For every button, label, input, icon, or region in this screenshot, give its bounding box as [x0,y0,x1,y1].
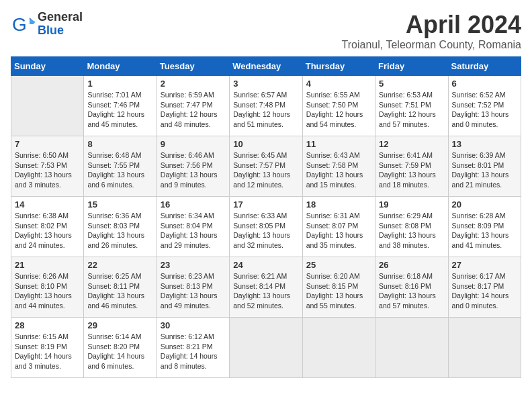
day-number: 28 [15,320,80,330]
day-number: 16 [161,199,226,210]
svg-marker-2 [30,19,35,24]
calendar-body: 1Sunrise: 7:01 AM Sunset: 7:46 PM Daylig… [11,76,521,378]
day-number: 25 [306,260,371,270]
day-info: Sunrise: 6:38 AM Sunset: 8:02 PM Dayligh… [15,211,80,250]
logo-blue: Blue [38,24,83,38]
calendar-cell: 21Sunrise: 6:26 AM Sunset: 8:10 PM Dayli… [11,257,84,318]
day-info: Sunrise: 6:48 AM Sunset: 7:55 PM Dayligh… [87,150,152,190]
weekday-header: Friday [375,57,448,76]
header: G General Blue April 2024 Troianul, Tele… [11,11,521,51]
day-number: 19 [379,199,444,210]
day-info: Sunrise: 6:17 AM Sunset: 8:17 PM Dayligh… [452,271,517,311]
calendar-cell: 10Sunrise: 6:45 AM Sunset: 7:57 PM Dayli… [230,136,302,197]
day-info: Sunrise: 6:21 AM Sunset: 8:14 PM Dayligh… [233,271,298,311]
day-info: Sunrise: 6:59 AM Sunset: 7:47 PM Dayligh… [161,90,226,130]
day-number: 12 [379,139,444,149]
day-info: Sunrise: 7:01 AM Sunset: 7:46 PM Dayligh… [87,90,152,130]
day-info: Sunrise: 6:50 AM Sunset: 7:53 PM Dayligh… [15,150,80,190]
day-info: Sunrise: 6:55 AM Sunset: 7:50 PM Dayligh… [306,90,371,130]
day-number: 10 [233,139,298,149]
day-number: 18 [306,199,371,210]
day-number: 2 [161,79,226,89]
calendar-week-row: 28Sunrise: 6:15 AM Sunset: 8:19 PM Dayli… [11,318,521,378]
calendar-cell: 6Sunrise: 6:52 AM Sunset: 7:52 PM Daylig… [448,76,521,136]
day-info: Sunrise: 6:33 AM Sunset: 8:05 PM Dayligh… [233,211,298,250]
day-info: Sunrise: 6:28 AM Sunset: 8:09 PM Dayligh… [452,211,517,250]
day-info: Sunrise: 6:25 AM Sunset: 8:11 PM Dayligh… [87,271,152,311]
calendar-week-row: 14Sunrise: 6:38 AM Sunset: 8:02 PM Dayli… [11,197,521,257]
day-number: 14 [15,199,80,210]
day-number: 9 [161,139,226,149]
calendar-cell: 9Sunrise: 6:46 AM Sunset: 7:56 PM Daylig… [157,136,229,197]
calendar-cell: 24Sunrise: 6:21 AM Sunset: 8:14 PM Dayli… [230,257,302,318]
calendar-cell: 25Sunrise: 6:20 AM Sunset: 8:15 PM Dayli… [302,257,375,318]
logo-general: General [38,11,83,24]
weekday-header: Wednesday [230,57,302,76]
weekday-header: Saturday [448,57,521,76]
calendar-cell: 27Sunrise: 6:17 AM Sunset: 8:17 PM Dayli… [448,257,521,318]
day-info: Sunrise: 6:36 AM Sunset: 8:03 PM Dayligh… [87,211,152,250]
day-number: 11 [306,139,371,149]
day-info: Sunrise: 6:14 AM Sunset: 8:20 PM Dayligh… [87,332,152,371]
day-number: 3 [233,79,298,89]
title-area: April 2024 Troianul, Teleorman County, R… [342,11,521,51]
calendar-cell [302,318,375,378]
svg-text:G: G [12,14,27,35]
day-number: 13 [452,139,517,149]
calendar-cell: 28Sunrise: 6:15 AM Sunset: 8:19 PM Dayli… [11,318,84,378]
calendar-cell: 26Sunrise: 6:18 AM Sunset: 8:16 PM Dayli… [375,257,448,318]
calendar-cell: 8Sunrise: 6:48 AM Sunset: 7:55 PM Daylig… [84,136,157,197]
day-info: Sunrise: 6:52 AM Sunset: 7:52 PM Dayligh… [452,90,517,130]
calendar-week-row: 1Sunrise: 7:01 AM Sunset: 7:46 PM Daylig… [11,76,521,136]
calendar-cell [375,318,448,378]
logo-text: General Blue [38,11,83,38]
calendar-cell: 3Sunrise: 6:57 AM Sunset: 7:48 PM Daylig… [230,76,302,136]
calendar-cell: 13Sunrise: 6:39 AM Sunset: 8:01 PM Dayli… [448,136,521,197]
calendar-cell: 22Sunrise: 6:25 AM Sunset: 8:11 PM Dayli… [84,257,157,318]
calendar-table: SundayMondayTuesdayWednesdayThursdayFrid… [11,56,521,378]
day-info: Sunrise: 6:12 AM Sunset: 8:21 PM Dayligh… [161,332,226,371]
day-number: 8 [87,139,152,149]
calendar-cell [448,318,521,378]
day-info: Sunrise: 6:18 AM Sunset: 8:16 PM Dayligh… [379,271,444,311]
day-number: 30 [161,320,226,330]
day-info: Sunrise: 6:26 AM Sunset: 8:10 PM Dayligh… [15,271,80,311]
calendar-cell: 29Sunrise: 6:14 AM Sunset: 8:20 PM Dayli… [84,318,157,378]
day-number: 17 [233,199,298,210]
day-info: Sunrise: 6:41 AM Sunset: 7:59 PM Dayligh… [379,150,444,190]
weekday-header: Sunday [11,57,84,76]
day-info: Sunrise: 6:45 AM Sunset: 7:57 PM Dayligh… [233,150,298,190]
day-number: 26 [379,260,444,270]
day-info: Sunrise: 6:20 AM Sunset: 8:15 PM Dayligh… [306,271,371,311]
day-info: Sunrise: 6:53 AM Sunset: 7:51 PM Dayligh… [379,90,444,130]
weekday-header: Monday [84,57,157,76]
calendar-cell: 2Sunrise: 6:59 AM Sunset: 7:47 PM Daylig… [157,76,229,136]
day-info: Sunrise: 6:34 AM Sunset: 8:04 PM Dayligh… [161,211,226,250]
day-info: Sunrise: 6:15 AM Sunset: 8:19 PM Dayligh… [15,332,80,371]
day-number: 6 [452,79,517,89]
calendar-cell [230,318,302,378]
calendar-week-row: 21Sunrise: 6:26 AM Sunset: 8:10 PM Dayli… [11,257,521,318]
calendar-cell: 20Sunrise: 6:28 AM Sunset: 8:09 PM Dayli… [448,197,521,257]
day-info: Sunrise: 6:43 AM Sunset: 7:58 PM Dayligh… [306,150,371,190]
day-info: Sunrise: 6:29 AM Sunset: 8:08 PM Dayligh… [379,211,444,250]
calendar-cell: 11Sunrise: 6:43 AM Sunset: 7:58 PM Dayli… [302,136,375,197]
weekday-header: Tuesday [157,57,229,76]
calendar-cell: 7Sunrise: 6:50 AM Sunset: 7:53 PM Daylig… [11,136,84,197]
calendar-header-row: SundayMondayTuesdayWednesdayThursdayFrid… [11,57,521,76]
location-title: Troianul, Teleorman County, Romania [342,39,521,51]
calendar-cell: 19Sunrise: 6:29 AM Sunset: 8:08 PM Dayli… [375,197,448,257]
weekday-header: Thursday [302,57,375,76]
calendar-cell: 30Sunrise: 6:12 AM Sunset: 8:21 PM Dayli… [157,318,229,378]
day-number: 27 [452,260,517,270]
day-info: Sunrise: 6:46 AM Sunset: 7:56 PM Dayligh… [161,150,226,190]
calendar-cell: 18Sunrise: 6:31 AM Sunset: 8:07 PM Dayli… [302,197,375,257]
day-info: Sunrise: 6:57 AM Sunset: 7:48 PM Dayligh… [233,90,298,130]
calendar-cell: 4Sunrise: 6:55 AM Sunset: 7:50 PM Daylig… [302,76,375,136]
day-number: 15 [87,199,152,210]
day-number: 7 [15,139,80,149]
calendar-cell: 12Sunrise: 6:41 AM Sunset: 7:59 PM Dayli… [375,136,448,197]
calendar-cell: 5Sunrise: 6:53 AM Sunset: 7:51 PM Daylig… [375,76,448,136]
month-title: April 2024 [342,11,521,39]
calendar-cell: 17Sunrise: 6:33 AM Sunset: 8:05 PM Dayli… [230,197,302,257]
